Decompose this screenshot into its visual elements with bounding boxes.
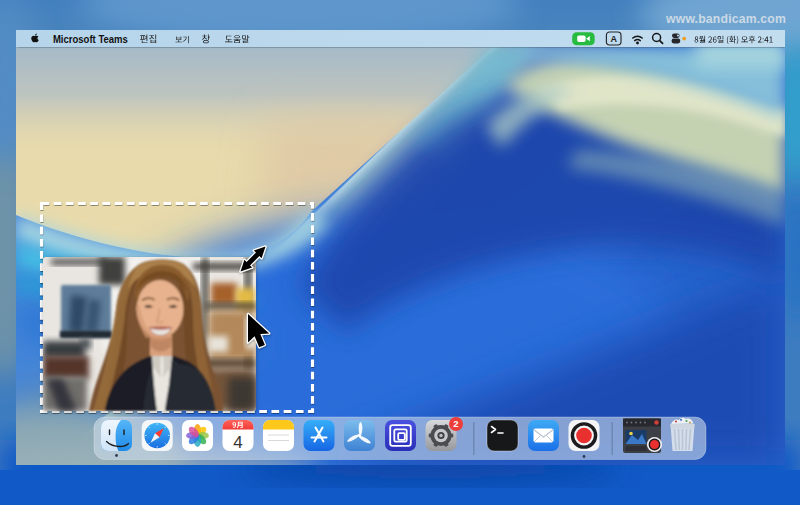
svg-text:Microsoft Teams: Microsoft Teams (53, 33, 128, 45)
svg-text:www.bandicam.com: www.bandicam.com (665, 11, 786, 26)
svg-text:4: 4 (233, 433, 242, 452)
svg-text:2: 2 (453, 418, 458, 429)
svg-text:A: A (610, 34, 617, 44)
